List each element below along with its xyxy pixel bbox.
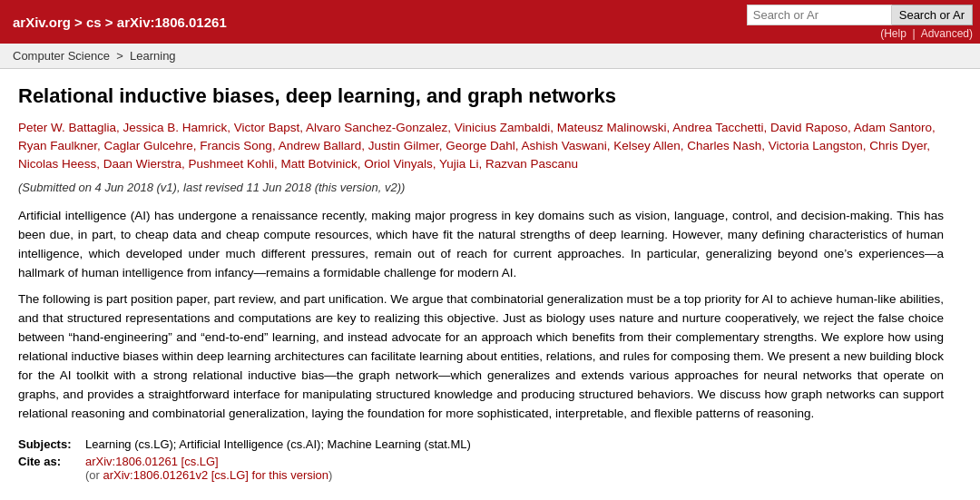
learning-link[interactable]: Learning (130, 49, 176, 63)
header-left: arXiv.org > cs > arXiv:1806.01261 (0, 0, 240, 44)
breadcrumb: arXiv.org > cs > arXiv:1806.01261 (13, 15, 227, 30)
cite-as-alt: (or arXiv:1806.01261v2 [cs.LG] for this … (85, 468, 332, 482)
advanced-link[interactable]: Advanced (921, 27, 969, 40)
subjects-value: Learning (cs.LG); Artificial Intelligenc… (85, 437, 471, 451)
cite-as-alt-link[interactable]: arXiv:1806.01261v2 [cs.LG] for this vers… (103, 468, 329, 482)
cite-as-main-link[interactable]: arXiv:1806.01261 [cs.LG] (85, 455, 219, 468)
submission-info: (Submitted on 4 Jun 2018 (v1), last revi… (18, 181, 944, 194)
help-link[interactable]: Help (884, 27, 906, 40)
main-content: Relational inductive biases, deep learni… (0, 69, 962, 500)
subject-bar: Computer Science > Learning (0, 44, 980, 69)
search-button[interactable]: Search or Ar (892, 5, 973, 25)
search-input[interactable] (747, 5, 892, 25)
abstract: Artificial intelligence (AI) has undergo… (18, 207, 944, 423)
cite-as-label: Cite as: (18, 455, 80, 468)
header-links: (Help | Advanced) (880, 27, 973, 40)
page-header: arXiv.org > cs > arXiv:1806.01261 Search… (0, 0, 980, 44)
authors: Peter W. Battaglia, Jessica B. Hamrick, … (18, 119, 944, 174)
cite-as-value: arXiv:1806.01261 [cs.LG] (or arXiv:1806.… (85, 455, 332, 482)
cite-as-row: Cite as: arXiv:1806.01261 [cs.LG] (or ar… (18, 455, 944, 482)
header-right: Search or Ar (Help | Advanced) (740, 0, 980, 44)
subjects-row: Subjects: Learning (cs.LG); Artificial I… (18, 437, 944, 451)
cs-link[interactable]: Computer Science (13, 49, 110, 63)
paper-title: Relational inductive biases, deep learni… (18, 83, 944, 110)
search-box: Search or Ar (747, 5, 973, 25)
subjects-label: Subjects: (18, 437, 80, 451)
metadata: Subjects: Learning (cs.LG); Artificial I… (18, 437, 944, 482)
